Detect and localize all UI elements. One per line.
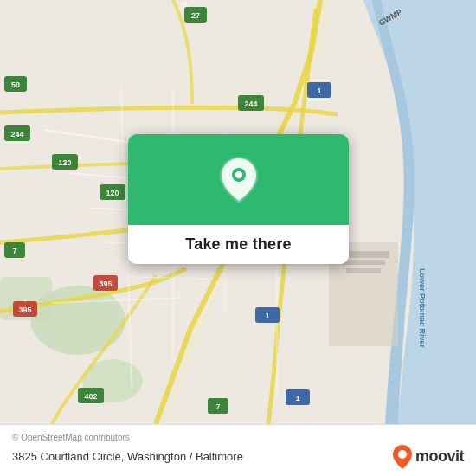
svg-text:27: 27 (191, 11, 200, 20)
bottom-bar: © OpenStreetMap contributors 3825 Courtl… (0, 424, 476, 476)
svg-text:1: 1 (317, 87, 321, 95)
svg-text:7: 7 (12, 247, 16, 255)
svg-text:7: 7 (215, 402, 220, 411)
svg-text:244: 244 (10, 130, 23, 138)
moovit-wordmark: moovit (415, 447, 464, 466)
cta-button-area[interactable]: Take me there (128, 225, 349, 264)
cta-card: Take me there (128, 134, 349, 264)
svg-text:120: 120 (58, 158, 71, 167)
bottom-row: 3825 Courtland Circle, Washington / Balt… (12, 445, 464, 469)
svg-text:120: 120 (106, 189, 119, 197)
svg-rect-6 (342, 260, 385, 265)
cta-green-area (128, 134, 349, 225)
moovit-pin-icon (393, 445, 412, 469)
location-pin-icon (215, 157, 262, 203)
svg-point-42 (398, 450, 407, 459)
svg-text:395: 395 (99, 280, 112, 288)
svg-text:402: 402 (84, 392, 97, 401)
map-container: 27 VA 244 1 50 244 120 120 7 395 I 395 4… (0, 0, 476, 424)
svg-point-41 (235, 171, 242, 178)
address-label: 3825 Courtland Circle, Washington / Balt… (12, 450, 243, 463)
svg-text:395: 395 (18, 306, 31, 314)
take-me-there-button[interactable]: Take me there (185, 235, 291, 254)
svg-text:244: 244 (244, 100, 257, 108)
svg-text:Lower Potomac River: Lower Potomac River (418, 268, 427, 349)
svg-rect-7 (346, 268, 381, 273)
svg-text:1: 1 (295, 394, 299, 402)
moovit-logo: moovit (393, 445, 464, 469)
svg-text:1: 1 (265, 312, 269, 320)
svg-text:50: 50 (11, 80, 20, 89)
map-attribution: © OpenStreetMap contributors (12, 433, 464, 442)
svg-text:VA: VA (181, 2, 189, 8)
